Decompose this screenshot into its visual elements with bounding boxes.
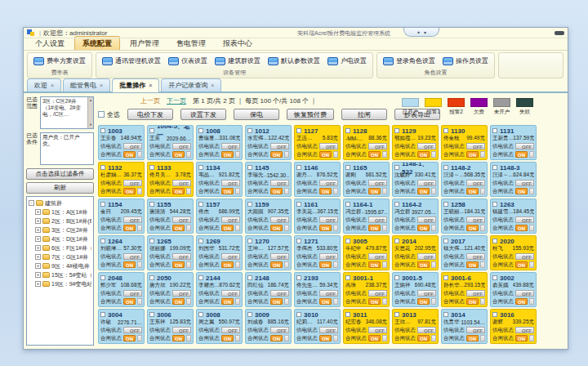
meter-card[interactable]: 1269 刘国华 531.72元 供电状态 OFF 合闸状态 ON: [196, 235, 243, 270]
tree-expand-icon[interactable]: +: [35, 254, 41, 260]
close-status-on-badge[interactable]: ON: [319, 335, 332, 341]
meter-card[interactable]: 1271 李伟杰 533.80元 供电状态 OFF 合闸状态 ON: [294, 235, 341, 270]
supply-status-off-field[interactable]: OFF: [515, 253, 534, 260]
close-status-on-badge[interactable]: ON: [515, 261, 528, 268]
close-status-on-badge[interactable]: ON: [319, 151, 332, 158]
card-checkbox[interactable]: [394, 202, 399, 207]
close-status-on-badge[interactable]: ON: [466, 225, 479, 231]
card-checkbox[interactable]: [247, 128, 252, 133]
supply-status-off-field[interactable]: OFF: [466, 143, 485, 150]
supply-status-off-field[interactable]: OFF: [123, 327, 142, 333]
card-checkbox[interactable]: [345, 275, 350, 280]
meter-card[interactable]: 3009 刘成春 885.16元 供电状态 OFF 合闸状态 ON: [245, 309, 292, 344]
action-button[interactable]: 设置下发: [180, 109, 226, 120]
card-checkbox[interactable]: [149, 202, 154, 207]
close-status-on-badge[interactable]: ON: [270, 335, 283, 341]
meter-card[interactable]: 1127 王连… 5.83元 供电状态 OFF 合闸状态 ON: [294, 125, 341, 160]
card-checkbox[interactable]: [296, 128, 301, 133]
action-button[interactable]: 保电: [234, 109, 279, 120]
action-button[interactable]: 拉闸: [341, 109, 387, 120]
supply-status-off-field[interactable]: OFF: [221, 180, 240, 186]
supply-status-off-field[interactable]: OFF: [221, 143, 240, 150]
card-checkbox[interactable]: [198, 202, 203, 207]
supply-status-off-field[interactable]: OFF: [270, 290, 289, 297]
card-checkbox[interactable]: [247, 165, 252, 170]
card-checkbox[interactable]: [345, 312, 350, 317]
card-checkbox[interactable]: [443, 239, 448, 243]
meter-card[interactable]: 3008 周之翼 550.97元 供电状态 OFF 合闸状态 ON: [196, 309, 243, 344]
meter-card[interactable]: 2048 郑少军 108.68元 供电状态 OFF 合闸状态 ON: [98, 272, 145, 307]
scroll-up-icon[interactable]: ▲: [89, 97, 92, 104]
ribbon-button[interactable]: 建筑群设置: [215, 56, 261, 65]
ribbon-button[interactable]: 登录角色设置: [383, 56, 435, 65]
close-status-on-badge[interactable]: ON: [319, 188, 332, 194]
ribbon-button[interactable]: 费率方案设置: [33, 56, 86, 65]
supply-status-off-field[interactable]: OFF: [417, 180, 436, 186]
close-status-on-badge[interactable]: ON: [270, 151, 283, 158]
close-status-on-badge[interactable]: ON: [466, 298, 479, 305]
tree-expand-icon[interactable]: +: [35, 245, 41, 251]
meter-card[interactable]: 1134 韦晶… 921.82元 供电状态 OFF 合闸状态 ON: [196, 162, 243, 197]
meter-card[interactable]: 3011 纪宏春 346.08元 供电状态 OFF 合闸状态 ON: [343, 309, 390, 344]
meter-card[interactable]: 1148-1、522 沈毓婷 330.41元 供电状态 OFF 合闸状态 O: [392, 162, 439, 197]
tab-close-icon[interactable]: ×: [149, 83, 152, 88]
supply-status-off-field[interactable]: OFF: [270, 327, 289, 333]
meter-card[interactable]: 1131 王新贵… 137.59元 供电状态 OFF 合闸状态 ON: [490, 125, 537, 160]
close-status-on-badge[interactable]: ON: [417, 188, 430, 194]
tree-item[interactable]: + 1区：A区1#井: [35, 208, 91, 216]
card-checkbox[interactable]: [100, 165, 105, 170]
meter-card[interactable]: 1012 水宏伟… 122.42元 供电状态 OFF 合闸状态 ON: [245, 125, 292, 160]
card-checkbox[interactable]: [296, 239, 301, 243]
card-checkbox[interactable]: [492, 312, 497, 317]
supply-status-off-field[interactable]: OFF: [172, 253, 191, 260]
action-button[interactable]: 恢复预付费: [287, 109, 334, 120]
tree-item[interactable]: + 3区：C区2#井（1#变…: [35, 225, 91, 234]
supply-status-off-field[interactable]: OFF: [270, 253, 289, 260]
supply-status-off-field[interactable]: OFF: [515, 327, 534, 333]
card-checkbox[interactable]: [247, 312, 252, 317]
card-checkbox[interactable]: [100, 312, 105, 317]
meter-card[interactable]: 3001-1 高珠 238.37元 供电状态 OFF 合闸状态 ON: [343, 272, 390, 307]
supply-status-off-field[interactable]: OFF: [515, 216, 534, 223]
close-status-on-badge[interactable]: ON: [515, 298, 528, 305]
close-status-on-badge[interactable]: ON: [123, 298, 136, 305]
menu-tab[interactable]: 用户管理: [122, 37, 167, 50]
supply-status-off-field[interactable]: OFF: [123, 180, 142, 186]
close-status-on-badge[interactable]: ON: [123, 335, 136, 341]
meter-card[interactable]: 1270 王坤… 127.57元 供电状态 OFF 合闸状态 ON: [245, 235, 292, 270]
supply-status-off-field[interactable]: OFF: [319, 143, 338, 150]
menu-tab[interactable]: 售电管理: [169, 37, 213, 50]
meter-card[interactable]: 1133 佟月美… 3.78元 供电状态 OFF 合闸状态 ON: [147, 162, 194, 197]
document-tab[interactable]: 欢迎 ×: [27, 78, 61, 92]
supply-status-off-field[interactable]: OFF: [515, 180, 534, 186]
tree-collapse-icon[interactable]: -: [29, 200, 34, 206]
close-status-on-badge[interactable]: ON: [319, 261, 332, 268]
card-checkbox[interactable]: [492, 275, 497, 280]
meter-card[interactable]: 1258 王晓丽… 184.31元 供电状态 OFF 合闸状态 ON: [441, 199, 488, 234]
tree-expand-icon[interactable]: +: [35, 281, 41, 287]
close-status-on-badge[interactable]: ON: [515, 151, 528, 158]
supply-status-off-field[interactable]: OFF: [466, 253, 485, 260]
card-checkbox[interactable]: [296, 165, 301, 170]
meter-card[interactable]: 1264 刘晓琳… 57.30元 供电状态 OFF 合闸状态 ON: [98, 235, 145, 270]
card-checkbox[interactable]: [492, 239, 497, 243]
filter-select-button[interactable]: 点击选择过滤条件: [26, 168, 94, 180]
card-checkbox[interactable]: [149, 128, 154, 133]
meter-card[interactable]: 1130 佟金枝 99.49元 供电状态 OFF 合闸状态 ON: [441, 125, 488, 160]
meter-card[interactable]: 2050 唐方欣 190.22元 供电状态 OFF 合闸状态 ON: [147, 272, 194, 307]
meter-card[interactable]: 1129 鄂如霞… 19.23元 供电状态 OFF 合闸状态 ON: [392, 125, 439, 160]
action-button[interactable]: 电价下发: [127, 109, 173, 120]
card-checkbox[interactable]: [296, 202, 301, 207]
selected-condition-box[interactable]: 用户类：已开户类。: [40, 132, 94, 165]
meter-card[interactable]: 2014 安思花 202.95元 供电状态 OFF 合闸状态 ON: [392, 235, 439, 270]
card-checkbox[interactable]: [296, 275, 301, 280]
meter-card[interactable]: 2020 桂飞 155.93元 供电状态 OFF 合闸状态 ON: [490, 235, 537, 270]
tree-expand-icon[interactable]: +: [35, 272, 41, 278]
card-checkbox[interactable]: [345, 239, 350, 243]
tree-expand-icon[interactable]: +: [35, 209, 41, 215]
close-status-on-badge[interactable]: ON: [417, 151, 430, 158]
meter-card[interactable]: 1159 大圆圆 907.35元 供电状态 OFF 合闸状态 ON: [245, 199, 292, 234]
close-status-on-badge[interactable]: ON: [221, 298, 234, 305]
supply-status-off-field[interactable]: OFF: [123, 143, 142, 150]
card-checkbox[interactable]: [247, 275, 252, 280]
